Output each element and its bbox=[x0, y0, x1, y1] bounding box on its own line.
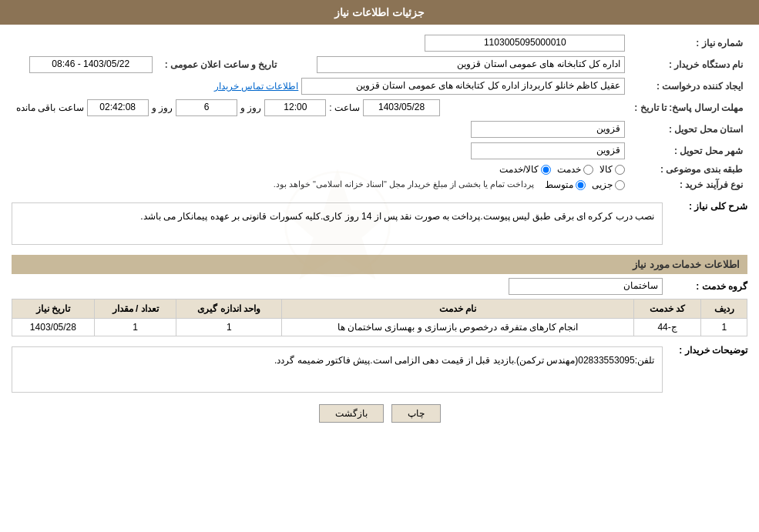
mohlat-baqi-label: ساعت باقی مانده bbox=[16, 102, 84, 113]
ostan-input: قزوین bbox=[471, 121, 625, 138]
radio-motevaset[interactable]: متوسط bbox=[545, 179, 586, 190]
toseih-row: توضیحات خریدار : تلفن:02833553095(مهندس … bbox=[12, 343, 747, 396]
toseih-text: تلفن:02833553095(مهندس ترکمن).بازدید قبل… bbox=[274, 355, 654, 366]
khadamat-section-title: اطلاعات خدمات مورد نیاز bbox=[12, 255, 747, 274]
row-ejad: ایجاد کننده درخواست : عقیل کاظم خانلو کا… bbox=[12, 75, 747, 97]
row-shomareNiaz: شماره نیاز : 1103005095000010 bbox=[12, 32, 747, 54]
radio-khadamat-input[interactable] bbox=[583, 165, 593, 175]
radio-jozei[interactable]: جزیی bbox=[592, 179, 625, 190]
shomareNiaz-input: 1103005095000010 bbox=[425, 35, 625, 52]
buttons-row: چاپ بازگشت bbox=[12, 404, 747, 423]
radio-kala-input[interactable] bbox=[615, 165, 625, 175]
tarikh-input: 1403/05/22 - 08:46 bbox=[29, 56, 153, 73]
radio-khadamat[interactable]: خدمت bbox=[557, 164, 593, 175]
mohlat-baqi-input: 02:42:08 bbox=[87, 99, 149, 116]
tarikh-value-cell: 1403/05/22 - 08:46 bbox=[12, 54, 157, 75]
radio-motevaset-input[interactable] bbox=[576, 180, 586, 190]
mohlat-value-cell: 1403/05/28 ساعت : 12:00 روز و 6 روز و 02… bbox=[12, 97, 630, 119]
row-tarikh-namdastgah: نام دستگاه خریدار : اداره کل کتابخانه ها… bbox=[12, 54, 747, 75]
header-row: ردیف کد خدمت نام خدمت واحد اندازه گیری ت… bbox=[12, 299, 747, 319]
page-header: جزئیات اطلاعات نیاز bbox=[0, 0, 759, 25]
col-radif: ردیف bbox=[701, 299, 747, 319]
cell-kod: ج-44 bbox=[633, 319, 701, 336]
cell-count: 1 bbox=[94, 319, 176, 336]
shomareNiaz-label: شماره نیاز : bbox=[630, 32, 747, 54]
radio-kala-label: کالا bbox=[599, 164, 613, 175]
page-wrapper: جزئیات اطلاعات نیاز شماره نیاز : 1103005… bbox=[0, 0, 759, 532]
row-noe: نوع فرآیند خرید : جزیی متوسط bbox=[12, 177, 747, 192]
process-note: پرداخت تمام یا بخشی از مبلغ خریدار مجل "… bbox=[274, 179, 535, 189]
toseih-box: تلفن:02833553095(مهندس ترکمن).بازدید قبل… bbox=[12, 346, 663, 393]
goroh-row: گروه خدمت : ساختمان bbox=[12, 278, 747, 295]
ejad-value-cell: عقیل کاظم خانلو کاربرداز اداره کل کتابخا… bbox=[12, 75, 630, 97]
mohlat-saat-label: ساعت : bbox=[329, 102, 360, 113]
tabaqe-value-cell: کالا خدمت کالا/خدمت bbox=[12, 162, 630, 177]
cell-date: 1403/05/28 bbox=[12, 319, 95, 336]
row-shahr: شهر محل تحویل : قزوین bbox=[12, 140, 747, 162]
noe-label: نوع فرآیند خرید : bbox=[630, 177, 747, 192]
ejad-label: ایجاد کننده درخواست : bbox=[630, 75, 747, 97]
col-count: تعداد / مقدار bbox=[94, 299, 176, 319]
ostan-label: استان محل تحویل : bbox=[630, 119, 747, 140]
noe-value-cell: جزیی متوسط پرداخت تمام یا بخشی از مبلغ خ… bbox=[12, 177, 630, 192]
cell-name: انجام کارهای متفرقه درخصوص بازسازی و بهس… bbox=[282, 319, 634, 336]
radio-kalaKhadamat-label: کالا/خدمت bbox=[499, 164, 539, 175]
main-content: شماره نیاز : 1103005095000010 نام دستگاه… bbox=[0, 25, 759, 438]
contact-link[interactable]: اطلاعات تماس خریدار bbox=[214, 81, 299, 92]
table-row: 1ج-44انجام کارهای متفرقه درخصوص بازسازی … bbox=[12, 319, 747, 336]
mohlat-roz-label: روز و bbox=[240, 102, 261, 113]
shahr-input: قزوین bbox=[471, 142, 625, 159]
sharh-box: نصب درب کرکره ای برقی طبق لیس پیوست.پردا… bbox=[12, 202, 663, 245]
tabaqe-label: طبقه بندی موضوعی : bbox=[630, 162, 747, 177]
col-unit: واحد اندازه گیری bbox=[176, 299, 282, 319]
back-button[interactable]: بازگشت bbox=[319, 404, 384, 423]
row-tabaqe: طبقه بندی موضوعی : کالا خدمت bbox=[12, 162, 747, 177]
mohlat-saat-input: 12:00 bbox=[264, 99, 326, 116]
mohlat-roz-input: 6 bbox=[176, 99, 237, 116]
toseih-label: توضیحات خریدار : bbox=[663, 343, 747, 356]
goroh-input: ساختمان bbox=[509, 278, 663, 295]
cell-radif: 1 bbox=[701, 319, 747, 336]
namdastgah-label: نام دستگاه خریدار : bbox=[630, 54, 747, 75]
namdastgah-value: اداره کل کتابخانه های عمومی استان قزوین bbox=[281, 54, 630, 75]
sharh-text: نصب درب کرکره ای برقی طبق لیس پیوست.پردا… bbox=[140, 211, 654, 222]
ostan-value-cell: قزوین bbox=[12, 119, 630, 140]
sharh-label: شرح کلی نیاز : bbox=[663, 199, 747, 212]
mohlat-date-input: 1403/05/28 bbox=[363, 99, 440, 116]
mohlat-roz-word: روز و bbox=[152, 102, 173, 113]
sharh-row: شرح کلی نیاز : نصب درب کرکره ای برقی طبق… bbox=[12, 199, 747, 249]
radio-jozei-input[interactable] bbox=[615, 180, 625, 190]
services-table-header: ردیف کد خدمت نام خدمت واحد اندازه گیری ت… bbox=[12, 299, 747, 319]
info-table: شماره نیاز : 1103005095000010 نام دستگاه… bbox=[12, 32, 747, 192]
services-table-body: 1ج-44انجام کارهای متفرقه درخصوص بازسازی … bbox=[12, 319, 747, 336]
page-title: جزئیات اطلاعات نیاز bbox=[334, 6, 425, 18]
radio-motevaset-label: متوسط bbox=[545, 179, 573, 190]
row-mohlat: مهلت ارسال پاسخ: تا تاریخ : 1403/05/28 س… bbox=[12, 97, 747, 119]
services-table: ردیف کد خدمت نام خدمت واحد اندازه گیری ت… bbox=[12, 299, 747, 336]
shahr-label: شهر محل تحویل : bbox=[630, 140, 747, 162]
shahr-value-cell: قزوین bbox=[12, 140, 630, 162]
col-date: تاریخ نیاز bbox=[12, 299, 95, 319]
radio-jozei-label: جزیی bbox=[592, 179, 613, 190]
print-button[interactable]: چاپ bbox=[391, 404, 441, 423]
col-kod: کد خدمت bbox=[633, 299, 701, 319]
radio-kalaKhadamat[interactable]: کالا/خدمت bbox=[499, 164, 551, 175]
shomareNiaz-value: 1103005095000010 bbox=[281, 32, 630, 54]
radio-kala[interactable]: کالا bbox=[599, 164, 625, 175]
row-ostan: استان محل تحویل : قزوین bbox=[12, 119, 747, 140]
radio-khadamat-label: خدمت bbox=[557, 164, 581, 175]
cell-unit: 1 bbox=[176, 319, 282, 336]
namdastgah-input: اداره کل کتابخانه های عمومی استان قزوین bbox=[317, 56, 625, 73]
goroh-label: گروه خدمت : bbox=[663, 281, 747, 292]
tarikh-label: تاریخ و ساعت اعلان عمومی : bbox=[157, 54, 282, 75]
radio-kalaKhadamat-input[interactable] bbox=[541, 165, 551, 175]
col-name: نام خدمت bbox=[282, 299, 634, 319]
mohlat-label: مهلت ارسال پاسخ: تا تاریخ : bbox=[630, 97, 747, 119]
ejad-input: عقیل کاظم خانلو کاربرداز اداره کل کتابخا… bbox=[301, 78, 625, 95]
